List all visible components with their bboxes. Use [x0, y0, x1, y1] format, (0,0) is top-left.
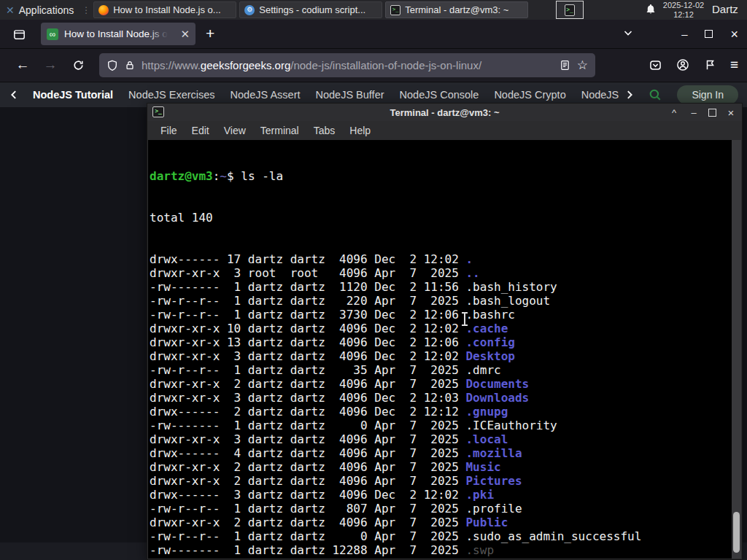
site-nav-link[interactable]: NodeJS Exercises: [128, 89, 214, 101]
site-nav-link[interactable]: NodeJS DNS: [581, 89, 622, 101]
terminal-line: -rw-r--r-- 1 dartz dartz 0 Apr 7 2025 .s…: [150, 529, 741, 543]
file-meta: -rw-r--r-- 1 dartz dartz 35 Apr 7 2025: [150, 363, 465, 377]
file-name: .ICEauthority: [465, 419, 557, 432]
chevron-left-icon[interactable]: [9, 89, 19, 101]
file-name: .bash_history: [465, 280, 557, 294]
terminal-icon: >_: [152, 106, 164, 117]
close-icon[interactable]: ×: [726, 107, 736, 118]
site-nav-link[interactable]: NodeJS Crypto: [494, 89, 565, 101]
extensions-icon[interactable]: [704, 59, 716, 71]
file-meta: drwx------ 4 dartz dartz 4096 Apr 7 2025: [150, 446, 465, 460]
directory-name: .mozilla: [465, 446, 522, 460]
url-path: /node-js/installation-of-node-js-on-linu…: [290, 59, 481, 71]
site-nav-link[interactable]: NodeJS Buffer: [316, 89, 384, 101]
file-name: .swp: [465, 543, 494, 557]
notification-bell-icon[interactable]: [645, 4, 657, 15]
tab-close-icon[interactable]: ✕: [180, 28, 190, 39]
taskbar-button-firefox[interactable]: How to Install Node.js o...: [93, 1, 236, 18]
sign-in-button[interactable]: Sign In: [677, 85, 738, 104]
taskbar-button-terminal[interactable]: >_ Terminal - dartz@vm3: ~: [385, 1, 528, 18]
terminal-line: drwx------ 2 dartz dartz 4096 Dec 2 12:1…: [150, 405, 741, 419]
terminal-line: drwxr-xr-x 2 dartz dartz 4096 Apr 7 2025…: [150, 460, 741, 474]
site-nav-link[interactable]: NodeJS Console: [400, 89, 479, 101]
file-meta: -rw------- 1 dartz dartz 1120 Dec 2 11:5…: [150, 280, 465, 294]
file-meta: drwxr-xr-x 3 dartz dartz 4096 Apr 7 2025: [150, 432, 465, 446]
directory-name: Downloads: [465, 391, 529, 405]
maximize-icon[interactable]: [708, 109, 716, 117]
chevron-right-icon[interactable]: [624, 89, 635, 101]
menu-hamburger-icon[interactable]: ≡: [730, 57, 738, 73]
file-meta: -rw-r--r-- 1 dartz dartz 3730 Dec 2 12:0…: [150, 308, 465, 322]
terminal-line: drwxr-xr-x 3 root root 4096 Apr 7 2025 .…: [150, 266, 741, 280]
prompt-separator: :: [213, 169, 220, 183]
terminal-launcher-button[interactable]: >_: [556, 1, 584, 19]
terminal-window-controls: ^ – ×: [669, 104, 736, 121]
user-menu[interactable]: Dartz: [712, 3, 738, 15]
terminal-output[interactable]: dartz@vm3:~$ ls -la total 140 drwx------…: [148, 140, 741, 559]
terminal-titlebar[interactable]: >_ Terminal - dartz@vm3: ~ ^ – ×: [147, 104, 742, 121]
firefox-view-icon[interactable]: [9, 24, 29, 44]
directory-name: .: [465, 252, 473, 266]
menu-item-terminal[interactable]: Terminal: [253, 125, 306, 136]
maximize-icon[interactable]: [705, 30, 713, 38]
scrollbar-thumb[interactable]: [733, 512, 740, 553]
minimize-icon[interactable]: –: [689, 108, 699, 117]
terminal-scrollbar[interactable]: [732, 140, 741, 559]
file-meta: drwxr-xr-x 3 root root 4096 Apr 7 2025: [150, 266, 465, 280]
file-meta: drwxr-xr-x 2 dartz dartz 4096 Apr 7 2025: [150, 460, 465, 474]
search-icon[interactable]: [649, 88, 662, 101]
bookmark-star-icon[interactable]: ☆: [577, 59, 588, 71]
shade-icon[interactable]: ^: [669, 108, 679, 117]
clock-time: 12:12: [661, 10, 706, 20]
file-meta: drwx------ 3 dartz dartz 4096 Dec 2 12:0…: [150, 488, 465, 502]
toolbar-right-icons: ≡: [649, 54, 738, 76]
tab-title: How to Install Node.js o: [64, 28, 168, 39]
desktop: ✕ Applications ⋮ How to Install Node.js …: [0, 0, 747, 560]
top-panel: ✕ Applications ⋮ How to Install Node.js …: [0, 0, 747, 20]
terminal-line: -rw------- 1 dartz dartz 1120 Dec 2 11:5…: [150, 280, 741, 294]
distro-logo-icon: ✕: [6, 4, 15, 16]
reader-view-icon[interactable]: [560, 60, 570, 71]
terminal-line: drwxr-xr-x 2 dartz dartz 4096 Apr 7 2025…: [150, 557, 741, 559]
menu-item-tabs[interactable]: Tabs: [306, 125, 343, 136]
directory-name: Music: [465, 460, 500, 474]
directory-name: .gnupg: [465, 405, 508, 419]
prompt-path: ~: [220, 169, 227, 183]
menu-item-view[interactable]: View: [217, 125, 253, 136]
browser-tab[interactable]: ∞ How to Install Node.js o ✕: [41, 23, 196, 45]
close-icon[interactable]: ×: [730, 28, 738, 41]
taskbar-label: Settings - codium script...: [259, 4, 365, 15]
pocket-save-icon[interactable]: [649, 59, 662, 71]
url-scheme: https://www.: [142, 59, 201, 71]
taskbar-label: Terminal - dartz@vm3: ~: [405, 4, 508, 15]
taskbar-label: How to Install Node.js o...: [113, 4, 220, 15]
forward-button[interactable]: →: [39, 54, 61, 76]
menu-item-file[interactable]: File: [153, 125, 185, 136]
site-nav-link[interactable]: NodeJS Tutorial: [33, 89, 113, 101]
account-icon[interactable]: [676, 58, 689, 71]
shield-icon[interactable]: [107, 60, 118, 71]
file-meta: -rw------- 1 dartz dartz 0 Apr 7 2025: [150, 419, 465, 432]
back-button[interactable]: ←: [12, 54, 34, 76]
lock-icon[interactable]: [125, 60, 135, 71]
directory-name: Public: [465, 516, 508, 529]
new-tab-button[interactable]: +: [206, 25, 214, 42]
menu-item-edit[interactable]: Edit: [185, 125, 217, 136]
file-name: .bash_logout: [465, 294, 550, 308]
panel-clock[interactable]: 2025-12-02 12:12: [661, 1, 706, 19]
site-nav-link[interactable]: NodeJS Assert: [231, 89, 301, 101]
menu-item-help[interactable]: Help: [342, 125, 378, 136]
terminal-line: drwxr-xr-x 10 dartz dartz 4096 Dec 2 12:…: [150, 322, 741, 335]
list-all-tabs-chevron-icon[interactable]: [622, 27, 634, 39]
reload-icon[interactable]: [67, 54, 89, 76]
tab-bar: ∞ How to Install Node.js o ✕ + – ×: [0, 20, 747, 49]
clock-date: 2025-12-02: [661, 1, 706, 10]
file-meta: drwx------ 2 dartz dartz 4096 Dec 2 12:1…: [150, 405, 465, 419]
directory-name: ..: [465, 266, 479, 280]
text-cursor-pointer: [464, 313, 465, 325]
minimize-icon[interactable]: –: [681, 28, 687, 39]
directory-name: Documents: [465, 377, 529, 391]
url-bar[interactable]: https://www.geeksforgeeks.org/node-js/in…: [99, 53, 595, 77]
taskbar-button-codium[interactable]: ⚙ Settings - codium script...: [239, 1, 382, 18]
applications-menu-button[interactable]: ✕ Applications: [0, 0, 80, 20]
